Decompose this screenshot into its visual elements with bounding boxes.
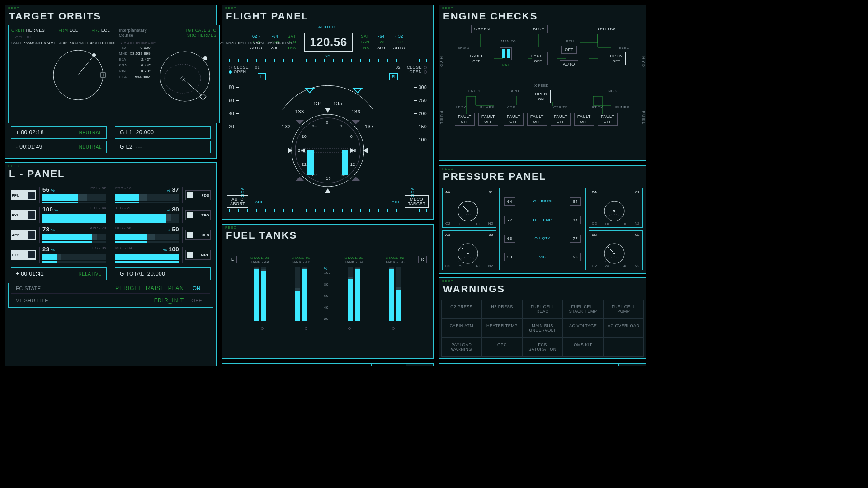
warning-heater-temp[interactable]: HEATER TEMP [482,319,523,338]
vt-shuttle-row[interactable]: VT SHUTTLEFDIR_INITOFF [11,296,210,305]
lp-item-app: APP78 %APP - 78 [11,226,106,244]
l-indicator: L [258,73,266,80]
xfeed-button[interactable]: OPENON [532,90,551,103]
fuel-btn-1[interactable]: FAULTOFF [478,113,498,126]
warning-main-bus-undervolt[interactable]: MAIN BUS UNDERVOLT [522,319,563,338]
warning--[interactable]: ----- [603,338,644,357]
svg-point-52 [613,253,615,254]
svg-marker-40 [353,88,362,93]
altitude-display: 120.56 [304,33,353,52]
orbit-left-box: ORBIT HERMES FRM ECL PRJ ECL -- OCL . EL… [8,25,113,123]
warning-ac-voltage[interactable]: AC VOLTAGE [563,319,604,338]
warning-oms-kit[interactable]: OMS KIT [563,338,604,357]
fuel-btn-6[interactable]: FAULTOFF [598,113,618,126]
g-total-row[interactable]: G TOTAL 20.000 [115,267,211,280]
warnings-panel: FEED WARNINGS O2 PRESSH2 PRESSFUEL CELL … [439,277,646,359]
fuel-tanks-title: FUEL TANKS [222,230,433,244]
exl-switch[interactable]: EXL [11,210,36,220]
compass-gauge-icon: 132133134135136137 03691214182022242628 [269,83,387,200]
warning-fcs-saturation[interactable]: FCS SATURATION [522,338,563,357]
meco-target-button[interactable]: MECO TARGET [405,195,429,208]
tank-tank-ab: STAGE 01TANK - AB [283,256,319,321]
svg-point-46 [467,253,469,254]
fuel-btn-0[interactable]: FAULTOFF [455,113,475,126]
warning-fuel-cell-stack-temp[interactable]: FUEL CELL STACK TEMP [563,300,604,319]
ots-switch[interactable]: OTS [11,250,36,260]
svg-line-10 [183,79,202,96]
svg-text:3: 3 [340,124,343,128]
ppl-switch[interactable]: PPL [11,190,36,200]
warning-gpc[interactable]: GPC [482,338,523,357]
fuel-btn-2[interactable]: FAULTOFF [504,113,524,126]
fuel-btn-3[interactable]: FAULTOFF [527,113,547,126]
eng1-hyd-button[interactable]: FAULTOFF [467,52,486,65]
warning-o2-press[interactable]: O2 PRESS [441,300,482,319]
time-row-3[interactable]: + 00:01:41RELATIVE [11,267,107,280]
svg-line-51 [608,247,614,253]
warning-ac-overload[interactable]: AC OVERLOAD [603,319,644,338]
svg-line-1 [78,55,94,75]
warnings-title: WARNINGS [439,283,646,298]
svg-marker-37 [295,177,304,181]
footer-hydrogen[interactable]: HYDROGEN [371,364,406,366]
elec-button[interactable]: OPENOFF [607,52,626,65]
warning-cabin-atm[interactable]: CABIN ATM [441,319,482,338]
l-panel-title: L - PANEL [5,168,216,183]
green-button[interactable]: GREEN [471,25,493,33]
tank-tank-bb: STAGE 02TANK - BB [377,256,413,321]
svg-rect-29 [307,150,314,175]
gauge-aa: AA01O2OiHiN2 [442,188,496,228]
manon-toggle[interactable] [500,47,512,60]
footer-stages[interactable]: STAGES [406,364,433,366]
gauge-ab: AB02O2OiHiN2 [442,230,496,270]
lp-item-fds: FDS - 18% 37FDS [115,186,211,204]
gauge-ba: BA01O2OiHiN2 [589,188,643,228]
footer-tabs: THRUSTERS CONSUMABLES HYDROGEN STAGES [222,363,434,366]
lp-item-uls: ULS - 56% 50ULS [115,226,211,244]
fc-state-row[interactable]: FC STATEPERIGEE_RAISE_PLANON [11,283,210,294]
fuel-btn-4[interactable]: FAULTOFF [551,113,571,126]
ptu-auto-button[interactable]: AUTO [560,60,578,68]
app-switch[interactable]: APP [11,230,36,240]
fuel-scale: % 10080604020 [324,267,331,321]
svg-text:26: 26 [302,134,307,139]
footer-thrusters[interactable]: THRUSTERS CONSUMABLES [222,364,371,366]
g-l1-row[interactable]: G L1 20.000 [115,126,211,139]
svg-point-7 [203,56,207,60]
warning-payload-warning[interactable]: PAYLOAD WARNING [441,338,482,357]
ptu-off-button[interactable]: OFF [561,46,577,54]
lp-item-tfg: TFG - 23% 80TFG [115,206,211,224]
uls-switch[interactable]: ULS [185,230,211,240]
yellow-button[interactable]: YELLOW [594,25,618,33]
intercept-params: TEJ0.000MHD53.533.899EJA2.42"KNA0.44"RIN… [119,45,151,117]
warning-fuel-cell-reac[interactable]: FUEL CELL REAC [522,300,563,319]
svg-text:6: 6 [350,134,353,139]
engine-checks-panel: FEED ENGINE CHECKS GREEN BLUE YELLOW HYD… [439,5,646,161]
lp-item-mrf: MRF - 04% 100MRF [115,246,211,264]
svg-marker-32 [325,188,330,193]
fds-switch[interactable]: FDS [185,190,211,200]
svg-text:12: 12 [350,162,355,167]
orbit-diagram-icon [51,34,110,116]
warning-fuel-cell-pump[interactable]: FUEL CELL PUMP [603,300,644,319]
flight-panel: FEED FLIGHT PANEL ALTITUDE 62 ›TCSAUTO -… [222,5,434,220]
svg-marker-36 [351,120,360,124]
time-row-1[interactable]: + 00:02:18NEUTRAL [11,126,107,139]
blue-button[interactable]: BLUE [530,25,548,33]
svg-line-42 [462,205,468,211]
svg-point-3 [92,53,96,57]
auto-abort-button[interactable]: AUTO ABORT [227,195,248,208]
lp-item-exl: EXL100 %EXL - 44 [11,206,106,224]
r-indicator: R [389,73,398,80]
svg-text:132133134135136137: 132133134135136137 [282,101,373,129]
time-row-2[interactable]: - 00:01:49NEUTRAL [11,141,107,153]
engine-checks-title: ENGINE CHECKS [439,10,646,25]
warning-h2-press[interactable]: H2 PRESS [482,300,523,319]
l-panel: FEED L - PANEL PPL56 %PPL - 02FDS - 18% … [5,162,217,366]
tfg-switch[interactable]: TFG [185,210,211,220]
g-l2-row[interactable]: G L2 --- [115,141,211,153]
mrf-switch[interactable]: MRF [185,250,211,260]
hyd-mid-button[interactable]: FAULTOFF [528,52,548,65]
fuel-tanks-panel: FEED FUEL TANKS L STAGE 01TANK - AASTAGE… [222,224,434,359]
fuel-btn-5[interactable]: FAULTOFF [574,113,594,126]
